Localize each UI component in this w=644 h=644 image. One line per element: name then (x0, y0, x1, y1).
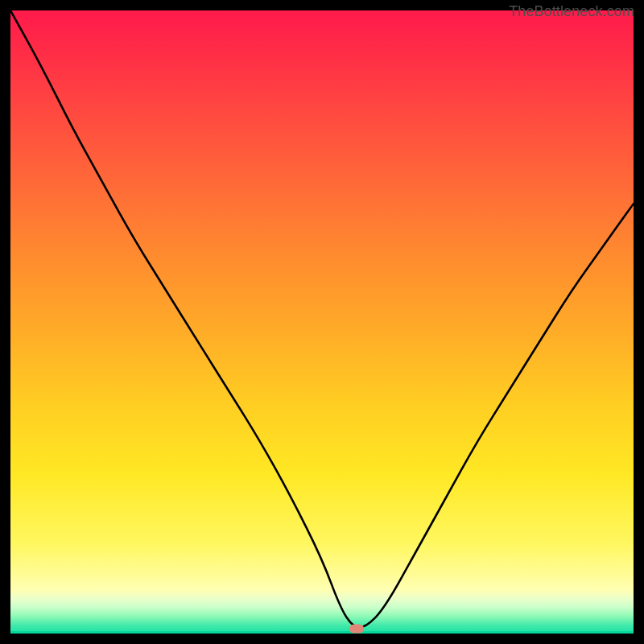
bottleneck-marker (349, 624, 364, 633)
gradient-upper (10, 10, 634, 590)
chart-stage: TheBottleneck.com (0, 0, 644, 644)
gradient-lower-band (10, 590, 634, 634)
watermark-text: TheBottleneck.com (509, 3, 634, 20)
plot-area (10, 10, 634, 634)
baseline-strip (10, 631, 634, 634)
